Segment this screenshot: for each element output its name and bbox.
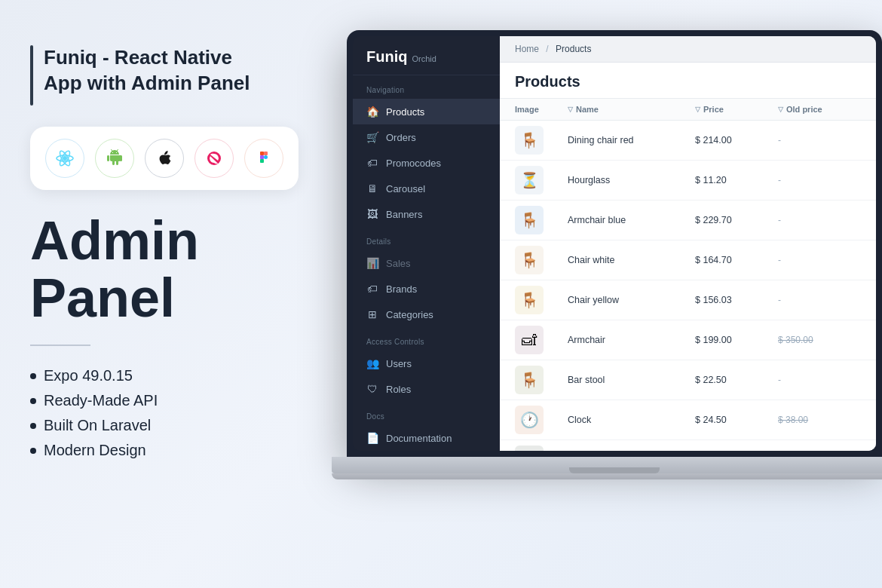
table-row[interactable]: 🪑 Chair yellow $ 156.03 - [500, 280, 876, 320]
cart-icon: 🛒 [366, 131, 378, 143]
grid-icon: ⊞ [366, 308, 378, 320]
table-row[interactable]: 🛋 Armchair $ 199.00 $ 350.00 [500, 320, 876, 360]
brand-name: Funiq [366, 48, 407, 66]
sidebar-brand: Funiq Orchid [366, 48, 486, 66]
table-row[interactable]: 🪑 Chair white $ 164.70 - [500, 240, 876, 280]
doc-icon: 📄 [366, 432, 378, 444]
docs-section-label: Docs [353, 402, 500, 425]
svg-rect-7 [260, 159, 264, 163]
features-list: Expo 49.0.15 Ready-Made API Built On Lar… [30, 367, 317, 459]
sidebar-header: Funiq Orchid [353, 36, 500, 75]
table-row[interactable]: 💡 Pendant lamp black $ 30.00 $ 38.00 [500, 440, 876, 451]
laptop-inner: Funiq Orchid Navigation 🏠 Products 🛒 Ord… [353, 36, 876, 451]
app-title-text: Funiq - React Native App with Admin Pane… [44, 45, 250, 96]
product-oldprice-4: - [778, 295, 861, 305]
admin-sidebar: Funiq Orchid Navigation 🏠 Products 🛒 Ord… [353, 36, 500, 451]
breadcrumb-home[interactable]: Home [515, 44, 539, 54]
heading-divider [30, 345, 90, 346]
nav-item-carousel[interactable]: 🖥 Carousel [353, 176, 500, 201]
app-title-block: Funiq - React Native App with Admin Pane… [30, 45, 317, 106]
appwrite-icon [194, 139, 234, 178]
breadcrumb-separator: / [546, 44, 551, 54]
table-header-row: Image ▽ Name ▽ Price ▽ Old price [500, 99, 876, 121]
filter-price-icon: ▽ [695, 106, 700, 113]
nav-item-sales[interactable]: 📊 Sales [353, 250, 500, 276]
bullet-icon [30, 448, 36, 454]
users-icon: 👥 [366, 357, 378, 369]
brand-subtitle: Orchid [412, 54, 436, 63]
details-section-label: Details [353, 227, 500, 250]
laptop-foot [332, 473, 882, 479]
svg-rect-6 [260, 155, 264, 159]
nav-item-brands[interactable]: 🏷 Brands [353, 276, 500, 302]
feature-item-2: Ready-Made API [30, 392, 317, 409]
breadcrumb-current: Products [556, 44, 591, 54]
nav-item-users[interactable]: 👥 Users [353, 351, 500, 376]
product-image-1: ⏳ [515, 166, 544, 194]
col-price: ▽ Price [695, 105, 778, 114]
title-bar-decoration [30, 45, 33, 106]
laptop-mockup: Funiq Orchid Navigation 🏠 Products 🛒 Ord… [332, 30, 882, 479]
table-row[interactable]: ⏳ Hourglass $ 11.20 - [500, 161, 876, 201]
product-name-4: Chair yellow [568, 295, 695, 305]
nav-item-promocodes[interactable]: 🏷 Promocodes [353, 150, 500, 176]
nav-item-roles[interactable]: 🛡 Roles [353, 376, 500, 402]
android-icon [95, 139, 134, 178]
product-name-3: Chair white [568, 255, 695, 265]
tech-icons-row [30, 127, 299, 190]
product-name-0: Dining chair red [568, 135, 695, 145]
product-price-6: $ 22.50 [695, 375, 778, 385]
nav-item-categories[interactable]: ⊞ Categories [353, 302, 500, 327]
product-oldprice-5: $ 350.00 [778, 335, 861, 345]
product-price-1: $ 11.20 [695, 175, 778, 185]
product-image-7: 🕐 [515, 406, 544, 434]
product-name-2: Armchair blue [568, 215, 695, 225]
product-oldprice-6: - [778, 375, 861, 385]
monitor-icon: 🖥 [366, 182, 378, 194]
home-icon: 🏠 [366, 106, 378, 118]
svg-point-8 [264, 155, 268, 159]
breadcrumb: Home / Products [500, 36, 876, 63]
laptop-screen: Funiq Orchid Navigation 🏠 Products 🛒 Ord… [347, 30, 882, 457]
product-oldprice-7: $ 38.00 [778, 415, 861, 425]
svg-rect-5 [264, 152, 268, 155]
nav-item-orders[interactable]: 🛒 Orders [353, 124, 500, 150]
col-image: Image [515, 105, 568, 114]
laptop-base [332, 457, 882, 473]
tag-icon: 🏷 [366, 157, 378, 169]
table-row[interactable]: 🕐 Clock $ 24.50 $ 38.00 [500, 400, 876, 440]
table-row[interactable]: 🪑 Bar stool $ 22.50 - [500, 360, 876, 400]
product-image-8: 💡 [515, 446, 544, 451]
chart-icon: 📊 [366, 257, 378, 269]
nav-item-products[interactable]: 🏠 Products [353, 99, 500, 124]
product-name-6: Bar stool [568, 375, 695, 385]
product-price-7: $ 24.50 [695, 415, 778, 425]
product-name-7: Clock [568, 415, 695, 425]
product-name-5: Armchair [568, 335, 695, 345]
filter-oldprice-icon: ▽ [778, 106, 783, 113]
page-title: Products [515, 73, 861, 90]
product-image-0: 🪑 [515, 126, 544, 155]
product-name-1: Hourglass [568, 175, 695, 185]
col-name: ▽ Name [568, 105, 695, 114]
product-image-2: 🪑 [515, 206, 544, 234]
nav-section-label: Navigation [353, 75, 500, 99]
table-row[interactable]: 🪑 Dining chair red $ 214.00 - [500, 121, 876, 161]
content-header: Products [500, 63, 876, 99]
left-panel: Funiq - React Native App with Admin Pane… [30, 45, 317, 459]
product-oldprice-1: - [778, 175, 861, 185]
admin-panel-heading: Admin Panel [30, 213, 317, 326]
products-table: Image ▽ Name ▽ Price ▽ Old price [500, 99, 876, 451]
react-icon [45, 139, 84, 178]
product-price-5: $ 199.00 [695, 335, 778, 345]
nav-item-banners[interactable]: 🖼 Banners [353, 201, 500, 227]
filter-name-icon: ▽ [568, 106, 573, 113]
bullet-icon [30, 398, 36, 404]
table-row[interactable]: 🪑 Armchair blue $ 229.70 - [500, 201, 876, 240]
product-image-5: 🛋 [515, 326, 544, 354]
figma-icon [244, 139, 283, 178]
product-oldprice-3: - [778, 255, 861, 265]
main-content-area: Home / Products Products Image ▽ Name [500, 36, 876, 451]
nav-item-documentation[interactable]: 📄 Documentation [353, 425, 500, 451]
col-old-price: ▽ Old price [778, 105, 861, 114]
